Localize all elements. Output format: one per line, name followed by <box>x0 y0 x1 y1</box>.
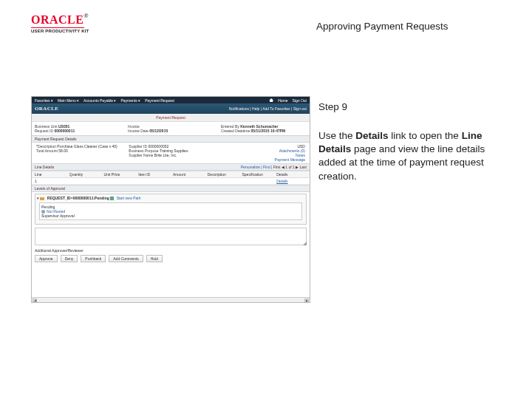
cell <box>173 179 203 183</box>
app-screenshot: Favorites ▾ Main Menu ▾ Accounts Payable… <box>31 96 310 303</box>
column-header: Item ID <box>138 172 168 177</box>
menu-item[interactable]: Favorites ▾ <box>35 98 53 103</box>
section-header: Payment Request Details <box>32 135 310 143</box>
instruction-text: Use the Details link to open the Line De… <box>318 129 499 183</box>
plus-icon[interactable] <box>110 197 114 200</box>
home-icon[interactable] <box>269 98 273 102</box>
field-label: Supplier Name <box>129 153 153 157</box>
column-header: Specification <box>242 172 273 177</box>
detail-block: *Description Purchase Glass Cleaner (Cas… <box>32 143 310 163</box>
breadcrumb-menu: Favorites ▾ Main Menu ▾ Accounts Payable… <box>35 98 263 103</box>
menubar: Favorites ▾ Main Menu ▾ Accounts Payable… <box>32 97 310 103</box>
column-header: Details <box>276 172 307 177</box>
cell <box>69 179 100 183</box>
approval-section-header: Levels of Approval <box>32 185 310 192</box>
column-header: Quantity <box>69 172 100 177</box>
page-title: Payment Request <box>32 114 310 122</box>
comment-textarea[interactable] <box>35 228 307 245</box>
field-value: Brite Lite, Inc. <box>154 153 177 157</box>
upk-text: USER PRODUCTIVITY KIT <box>31 29 89 33</box>
column-header: Amount <box>173 172 203 177</box>
menu-item[interactable]: Payment Request <box>145 98 174 103</box>
scroll-right-icon[interactable]: ▶ <box>304 299 309 302</box>
field-value: 05/11/2015 10:47PM <box>251 129 286 133</box>
personalize-link[interactable]: Personalize | Find | <box>241 165 273 169</box>
approve-button[interactable]: Approve <box>35 255 58 262</box>
cell <box>138 179 168 183</box>
approval-role: Supervisor Approval <box>41 214 300 218</box>
registered-mark: ® <box>83 13 88 19</box>
step-label: Step 9 <box>318 101 347 112</box>
field-value: 58.00 <box>58 149 68 153</box>
field-label: Total Amount <box>36 149 58 153</box>
request-id-status: REQUEST_ID=0000000011:Pending <box>47 196 109 200</box>
page: ORACLE® USER PRODUCTIVITY KIT Approving … <box>0 0 532 399</box>
table-header: Line Quantity Unit Price Item ID Amount … <box>32 171 310 178</box>
action-button-row: Approve Deny Pushback Add Comments Hold <box>35 255 307 262</box>
line-details-header: Line Details Personalize | Find | First … <box>32 163 310 171</box>
hold-button[interactable]: Hold <box>146 255 163 262</box>
approval-box: ▾ REQUEST_ID=0000000011:Pending Start ne… <box>35 194 307 225</box>
brand-text: ORACLE <box>31 13 83 26</box>
pushback-button[interactable]: Pushback <box>81 255 106 262</box>
field-label: Invoice Date <box>128 129 149 133</box>
section-title: Line Details <box>35 165 54 169</box>
text: link to open the <box>389 130 462 141</box>
field-label: Request ID <box>35 129 53 133</box>
add-comments-button[interactable]: Add Comments <box>109 255 143 262</box>
text: Use the <box>318 130 355 141</box>
collapse-icon[interactable]: ▾ <box>37 196 39 200</box>
details-link[interactable]: Details <box>276 179 307 183</box>
cell <box>242 179 273 183</box>
payment-message-link[interactable]: Payment Message <box>222 157 305 162</box>
horizontal-scrollbar[interactable]: ◀ ▶ <box>32 297 310 302</box>
deny-button[interactable]: Deny <box>61 255 78 262</box>
column-header: Unit Price <box>104 172 134 177</box>
emphasis: Details <box>355 130 388 141</box>
scroll-left-icon[interactable]: ◀ <box>33 299 37 302</box>
table-row: 1 Details <box>32 178 310 185</box>
menubar-right: Home Sign Out <box>269 98 307 103</box>
menu-item[interactable]: Payments ▾ <box>121 98 141 103</box>
field-value: 0000000011 <box>54 129 75 133</box>
column-header: Description <box>208 172 238 177</box>
menu-item[interactable]: Main Menu ▾ <box>58 98 79 103</box>
field-label: Created Datetime <box>221 129 250 133</box>
approval-step-box: Pending Not Routed Supervisor Approval <box>39 202 302 220</box>
document-title: Approving Payment Requests <box>316 21 449 32</box>
pager-nav[interactable]: First ◀ 1 of 1 ▶ Last <box>273 165 307 169</box>
cell: 1 <box>35 179 65 183</box>
signout-link[interactable]: Sign Out <box>293 98 307 103</box>
resize-handle-icon[interactable] <box>303 242 307 245</box>
folder-icon <box>40 197 44 200</box>
route-status: Not Routed <box>47 209 65 214</box>
column-header: Line <box>35 172 65 177</box>
menu-item[interactable]: Accounts Payable ▾ <box>83 98 116 103</box>
oracle-logo: ORACLE® USER PRODUCTIVITY KIT <box>31 13 89 33</box>
field-value: 05/12/2015 <box>149 129 168 133</box>
header-info-row: Business Unit US001 Request ID 000000001… <box>32 122 310 135</box>
cell <box>104 179 134 183</box>
brand-divider <box>31 27 84 28</box>
brandbar: ORACLE Notifications | Help | Add To Fav… <box>32 103 310 114</box>
subnav-right[interactable]: Notifications | Help | Add To Favorites … <box>229 106 307 111</box>
home-link[interactable]: Home <box>278 98 287 103</box>
cell <box>208 179 238 183</box>
mini-oracle-logo: ORACLE <box>35 106 58 112</box>
additional-approver-label: Additional Approver/Reviewer <box>35 248 307 253</box>
start-new-path-link[interactable]: Start new Path <box>117 196 141 200</box>
